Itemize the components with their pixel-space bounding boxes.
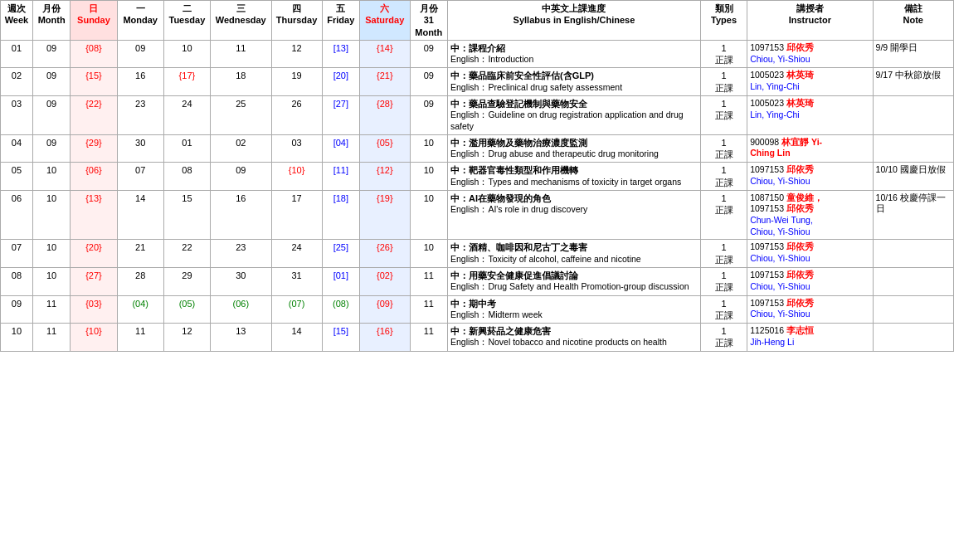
cell-week: 07 — [1, 240, 33, 268]
cell-week: 03 — [1, 96, 33, 135]
cell-type: 1正課 — [700, 163, 747, 191]
header-week: 週次 Week — [1, 1, 33, 41]
cell-tuesday: 29 — [163, 268, 210, 296]
cell-friday: (08) — [322, 295, 359, 324]
cell-sunday: {22} — [71, 96, 117, 135]
cell-wednesday: 11 — [211, 40, 271, 68]
cell-saturday: {09} — [360, 295, 411, 324]
cell-thursday: 03 — [271, 134, 322, 163]
cell-monday: 09 — [117, 40, 163, 68]
cell-syllabus: 中：期中考English：Midterm week — [447, 295, 700, 324]
cell-week: 09 — [1, 295, 33, 324]
cell-monday: 21 — [117, 240, 163, 268]
table-row: 0510{06}070809{10}[11]{12}10中：靶器官毒性類型和作用… — [1, 163, 954, 191]
cell-tuesday: 08 — [163, 163, 210, 191]
cell-week: 10 — [1, 324, 33, 352]
header-monday: 一 Monday — [117, 1, 163, 41]
cell-tuesday: 01 — [163, 134, 210, 163]
header-month: 月份 Month — [32, 1, 70, 41]
cell-saturday: {14} — [360, 40, 411, 68]
cell-syllabus: 中：濫用藥物及藥物治療濃度監測English：Drug abuse and th… — [447, 134, 700, 163]
cell-type: 1正課 — [700, 240, 747, 268]
cell-month2: 11 — [410, 295, 447, 324]
cell-monday: 07 — [117, 163, 163, 191]
cell-syllabus: 中：AI在藥物發現的角色English：AI's role in drug di… — [447, 190, 700, 240]
cell-friday: [11] — [322, 163, 359, 191]
header-wednesday: 三 Wednesday — [211, 1, 271, 41]
cell-friday: [15] — [322, 324, 359, 352]
cell-week: 08 — [1, 268, 33, 296]
table-row: 1011{10}11121314[15]{16}11中：新興菸品之健康危害Eng… — [1, 324, 954, 352]
table-row: 0911{03}(04)(05)(06)(07)(08){09}11中：期中考E… — [1, 295, 954, 324]
cell-type: 1正課 — [700, 134, 747, 163]
cell-month2: 10 — [410, 163, 447, 191]
cell-week: 02 — [1, 68, 33, 96]
cell-sunday: {03} — [71, 295, 117, 324]
cell-thursday: 31 — [271, 268, 322, 296]
cell-instructor: 1097153 邱依秀Chiou, Yi-Shiou — [747, 268, 873, 296]
cell-sunday: {08} — [71, 40, 117, 68]
cell-note — [873, 134, 953, 163]
cell-type: 1正課 — [700, 295, 747, 324]
header-thursday: 四 Thursday — [271, 1, 322, 41]
table-row: 0109{08}09101112[13]{14}09中：課程介紹English：… — [1, 40, 954, 68]
cell-thursday: (07) — [271, 295, 322, 324]
cell-note: 9/17 中秋節放假 — [873, 68, 953, 96]
schedule-table: 週次 Week 月份 Month 日 Sunday 一 Monday 二 Tue… — [0, 0, 954, 352]
cell-tuesday: (05) — [163, 295, 210, 324]
cell-month: 09 — [32, 68, 70, 96]
cell-month2: 09 — [410, 96, 447, 135]
cell-sunday: {06} — [71, 163, 117, 191]
cell-saturday: {12} — [360, 163, 411, 191]
cell-month: 10 — [32, 240, 70, 268]
cell-wednesday: 30 — [211, 268, 271, 296]
cell-instructor: 1097153 邱依秀Chiou, Yi-Shiou — [747, 295, 873, 324]
cell-type: 1正課 — [700, 40, 747, 68]
header-note: 備註 Note — [873, 1, 953, 41]
cell-monday: 11 — [117, 324, 163, 352]
cell-instructor: 1005023 林英琦Lin, Ying-Chi — [747, 96, 873, 135]
cell-sunday: {15} — [71, 68, 117, 96]
cell-type: 1正課 — [700, 68, 747, 96]
cell-sunday: {27} — [71, 268, 117, 296]
cell-instructor: 1097153 邱依秀Chiou, Yi-Shiou — [747, 40, 873, 68]
cell-friday: [01] — [322, 268, 359, 296]
cell-note: 9/9 開學日 — [873, 40, 953, 68]
cell-month2: 10 — [410, 190, 447, 240]
cell-monday: 14 — [117, 190, 163, 240]
cell-thursday: 12 — [271, 40, 322, 68]
cell-tuesday: 15 — [163, 190, 210, 240]
cell-month2: 10 — [410, 240, 447, 268]
cell-wednesday: 13 — [211, 324, 271, 352]
header-friday: 五 Friday — [322, 1, 359, 41]
cell-week: 05 — [1, 163, 33, 191]
cell-month2: 11 — [410, 268, 447, 296]
cell-tuesday: {17} — [163, 68, 210, 96]
cell-monday: (04) — [117, 295, 163, 324]
cell-monday: 16 — [117, 68, 163, 96]
cell-month2: 09 — [410, 40, 447, 68]
header-instructor: 講授者 Instructor — [747, 1, 873, 41]
cell-monday: 30 — [117, 134, 163, 163]
cell-friday: [27] — [322, 96, 359, 135]
cell-note — [873, 240, 953, 268]
cell-wednesday: 16 — [211, 190, 271, 240]
header-type: 類別 Types — [700, 1, 747, 41]
cell-type: 1正課 — [700, 324, 747, 352]
cell-saturday: {05} — [360, 134, 411, 163]
cell-thursday: 24 — [271, 240, 322, 268]
table-row: 0610{13}14151617[18]{19}10中：AI在藥物發現的角色En… — [1, 190, 954, 240]
cell-instructor: 1097153 邱依秀Chiou, Yi-Shiou — [747, 163, 873, 191]
cell-week: 01 — [1, 40, 33, 68]
cell-month: 09 — [32, 40, 70, 68]
cell-syllabus: 中：酒精、咖啡因和尼古丁之毒害English：Toxicity of alcoh… — [447, 240, 700, 268]
cell-thursday: 26 — [271, 96, 322, 135]
cell-syllabus: 中：用藥安全健康促進倡議討論English：Drug Safety and He… — [447, 268, 700, 296]
cell-syllabus: 中：課程介紹English：Introduction — [447, 40, 700, 68]
table-row: 0409{29}30010203[04]{05}10中：濫用藥物及藥物治療濃度監… — [1, 134, 954, 163]
cell-syllabus: 中：靶器官毒性類型和作用機轉English：Types and mechanis… — [447, 163, 700, 191]
cell-wednesday: 25 — [211, 96, 271, 135]
cell-week: 06 — [1, 190, 33, 240]
cell-sunday: {20} — [71, 240, 117, 268]
cell-month: 10 — [32, 190, 70, 240]
